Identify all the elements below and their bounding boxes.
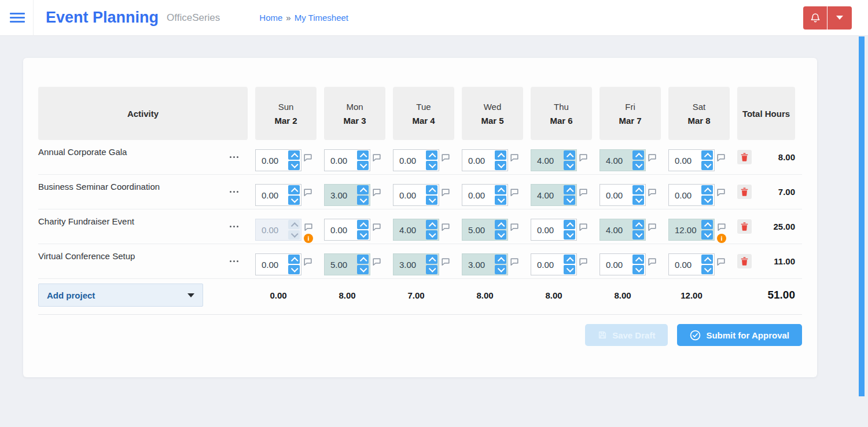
comment-icon[interactable] bbox=[648, 189, 656, 196]
spinner-up-icon[interactable] bbox=[426, 220, 437, 229]
spinner-down-icon[interactable] bbox=[701, 196, 713, 205]
comment-icon[interactable] bbox=[510, 223, 518, 231]
save-draft-button[interactable]: Save Draft bbox=[585, 324, 668, 346]
hours-input[interactable] bbox=[395, 156, 426, 165]
spinner-up-icon[interactable] bbox=[632, 220, 644, 229]
comment-icon[interactable] bbox=[510, 189, 518, 196]
spinner-up-icon[interactable] bbox=[701, 185, 713, 194]
comment-icon[interactable] bbox=[373, 258, 381, 266]
spinner-up-icon[interactable] bbox=[495, 150, 506, 160]
spinner-up-icon[interactable] bbox=[426, 185, 437, 194]
spinner-up-icon[interactable] bbox=[495, 255, 506, 264]
spinner-up-icon[interactable] bbox=[495, 220, 506, 229]
spinner-up-icon[interactable] bbox=[426, 150, 437, 160]
spinner-down-icon[interactable] bbox=[495, 161, 506, 170]
comment-icon[interactable] bbox=[442, 258, 450, 266]
spinner-up-icon[interactable] bbox=[495, 185, 506, 194]
menu-icon[interactable] bbox=[10, 13, 25, 23]
comment-icon[interactable] bbox=[717, 154, 725, 161]
hours-input[interactable] bbox=[670, 156, 701, 165]
hours-input[interactable] bbox=[257, 260, 288, 270]
delete-row-button[interactable] bbox=[737, 185, 752, 199]
comment-icon[interactable] bbox=[579, 258, 587, 266]
spinner-up-icon[interactable] bbox=[564, 255, 575, 264]
spinner-down-icon[interactable] bbox=[357, 265, 369, 274]
spinner-up-icon[interactable] bbox=[701, 150, 713, 160]
comment-icon[interactable] bbox=[304, 223, 313, 231]
comment-icon[interactable] bbox=[510, 258, 518, 266]
row-menu-ellipsis-icon[interactable] bbox=[230, 209, 248, 244]
spinner-down-icon[interactable] bbox=[632, 161, 644, 170]
spinner-up-icon[interactable] bbox=[632, 185, 644, 194]
comment-icon[interactable] bbox=[442, 189, 450, 196]
spinner-down-icon[interactable] bbox=[564, 265, 575, 274]
spinner-down-icon[interactable] bbox=[357, 196, 369, 205]
spinner-up-icon[interactable] bbox=[288, 185, 300, 194]
comment-icon[interactable] bbox=[717, 258, 725, 266]
hours-input[interactable] bbox=[464, 156, 495, 165]
comment-icon[interactable] bbox=[304, 258, 312, 266]
spinner-down-icon[interactable] bbox=[288, 265, 300, 274]
spinner-down-icon[interactable] bbox=[288, 196, 300, 205]
spinner-up-icon[interactable] bbox=[701, 255, 713, 264]
hours-input[interactable] bbox=[532, 190, 564, 200]
spinner-up-icon[interactable] bbox=[701, 220, 713, 229]
add-project-dropdown[interactable]: Add project bbox=[38, 284, 203, 307]
hours-input[interactable] bbox=[326, 156, 357, 165]
spinner-up-icon[interactable] bbox=[426, 255, 437, 264]
comment-icon[interactable] bbox=[373, 189, 381, 196]
hours-input[interactable] bbox=[464, 225, 495, 235]
spinner-down-icon[interactable] bbox=[632, 196, 644, 205]
hours-input[interactable] bbox=[601, 225, 632, 235]
spinner-up-icon[interactable] bbox=[564, 220, 575, 229]
spinner-down-icon[interactable] bbox=[632, 230, 644, 240]
submit-for-approval-button[interactable]: Submit for Approval bbox=[677, 324, 802, 346]
delete-row-button[interactable] bbox=[737, 219, 752, 234]
row-menu-ellipsis-icon[interactable] bbox=[230, 175, 248, 209]
spinner-down-icon[interactable] bbox=[495, 265, 506, 274]
comment-icon[interactable] bbox=[579, 189, 587, 196]
spinner-down-icon[interactable] bbox=[701, 161, 713, 170]
hours-input[interactable] bbox=[532, 260, 564, 270]
hours-input[interactable] bbox=[464, 190, 495, 200]
spinner-down-icon[interactable] bbox=[426, 265, 437, 274]
hours-input[interactable] bbox=[395, 190, 426, 200]
hours-input[interactable] bbox=[670, 190, 701, 200]
hours-input[interactable] bbox=[326, 190, 357, 200]
spinner-up-icon[interactable] bbox=[632, 255, 644, 264]
spinner-down-icon[interactable] bbox=[357, 161, 369, 170]
notifications-button[interactable] bbox=[803, 6, 827, 30]
hours-input[interactable] bbox=[670, 225, 701, 235]
hours-input[interactable] bbox=[395, 225, 426, 235]
hours-input[interactable] bbox=[326, 260, 357, 270]
spinner-down-icon[interactable] bbox=[564, 230, 575, 240]
row-menu-ellipsis-icon[interactable] bbox=[230, 140, 248, 174]
spinner-down-icon[interactable] bbox=[495, 196, 506, 205]
spinner-down-icon[interactable] bbox=[357, 230, 369, 240]
hours-input[interactable] bbox=[601, 156, 632, 165]
comment-icon[interactable] bbox=[442, 223, 450, 231]
hours-input[interactable] bbox=[532, 156, 564, 165]
comment-icon[interactable] bbox=[648, 154, 656, 161]
spinner-down-icon[interactable] bbox=[288, 161, 300, 170]
delete-row-button[interactable] bbox=[737, 254, 752, 268]
row-menu-ellipsis-icon[interactable] bbox=[230, 244, 248, 278]
spinner-up-icon[interactable] bbox=[357, 150, 369, 160]
comment-icon[interactable] bbox=[304, 154, 312, 161]
spinner-down-icon[interactable] bbox=[426, 161, 437, 170]
spinner-up-icon[interactable] bbox=[288, 255, 300, 264]
hours-input[interactable] bbox=[601, 190, 632, 200]
hours-input[interactable] bbox=[601, 260, 632, 270]
spinner-up-icon[interactable] bbox=[632, 150, 644, 160]
breadcrumb-current-link[interactable]: My Timesheet bbox=[295, 13, 348, 23]
account-menu-button[interactable] bbox=[827, 6, 852, 30]
spinner-down-icon[interactable] bbox=[564, 161, 575, 170]
comment-icon[interactable] bbox=[304, 189, 312, 196]
delete-row-button[interactable] bbox=[737, 150, 752, 164]
hours-input[interactable] bbox=[257, 190, 288, 200]
breadcrumb-home-link[interactable]: Home bbox=[259, 13, 282, 23]
spinner-down-icon[interactable] bbox=[564, 196, 575, 205]
hours-input[interactable] bbox=[257, 156, 288, 165]
comment-icon[interactable] bbox=[648, 258, 656, 266]
spinner-up-icon[interactable] bbox=[564, 185, 575, 194]
